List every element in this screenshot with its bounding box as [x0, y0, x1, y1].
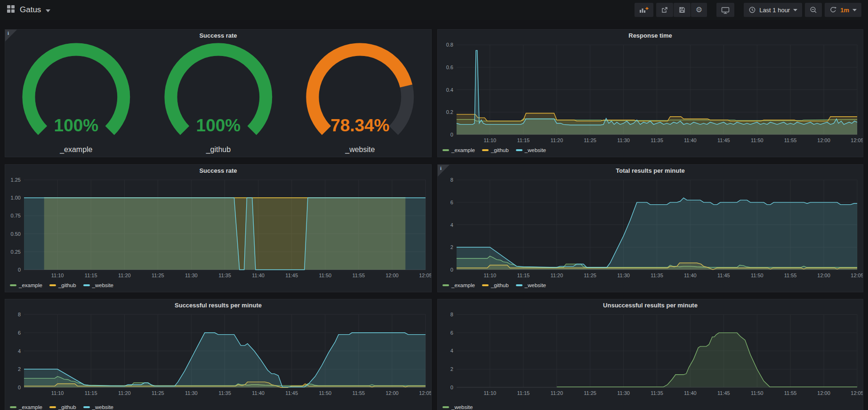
info-icon[interactable]: i [438, 165, 450, 177]
panel-unsuccessful-results: Unsuccessful results per minute 11:1011:… [437, 299, 863, 410]
svg-text:0.2: 0.2 [446, 109, 453, 115]
svg-text:11:50: 11:50 [319, 390, 331, 396]
legend-color-chip [516, 284, 522, 286]
svg-text:11:15: 11:15 [85, 390, 97, 396]
svg-text:11:45: 11:45 [717, 390, 730, 396]
legend-color-chip [442, 149, 449, 151]
dashboard-title[interactable]: Gatus [20, 5, 41, 15]
legend-item[interactable]: _example [442, 147, 475, 153]
timeseries-chart[interactable]: 11:1011:1511:2011:2511:3011:3511:4011:45… [438, 312, 863, 397]
panel-title[interactable]: Response time [438, 30, 863, 42]
svg-text:11:55: 11:55 [784, 273, 797, 278]
svg-text:11:50: 11:50 [751, 390, 764, 396]
panel-title[interactable]: Total results per minute [438, 165, 863, 177]
legend-item[interactable]: _website [516, 282, 546, 288]
svg-text:1.00: 1.00 [11, 195, 21, 201]
apps-grid-icon[interactable] [7, 5, 15, 15]
legend-item[interactable]: _github [482, 282, 509, 288]
svg-text:0: 0 [450, 267, 453, 273]
panel-title[interactable]: Unsuccessful results per minute [438, 299, 863, 312]
refresh-picker[interactable]: 1m [825, 3, 861, 17]
legend-item[interactable]: _github [482, 147, 509, 153]
clock-icon [748, 6, 756, 14]
add-panel-button[interactable] [635, 3, 653, 17]
svg-text:12:00: 12:00 [386, 390, 399, 396]
svg-text:2: 2 [18, 366, 21, 372]
svg-text:11:30: 11:30 [617, 390, 630, 396]
svg-text:6: 6 [450, 200, 453, 205]
svg-text:11:40: 11:40 [252, 390, 265, 396]
svg-text:11:10: 11:10 [484, 390, 497, 396]
svg-text:12:05: 12:05 [851, 137, 863, 143]
legend-item[interactable]: _github [49, 404, 76, 410]
timeseries-chart[interactable]: 11:1011:1511:2011:2511:3011:3511:4011:45… [438, 177, 863, 279]
zoom-out-icon [810, 6, 817, 14]
svg-text:1.25: 1.25 [11, 177, 21, 183]
legend-item[interactable]: _example [10, 404, 42, 410]
legend-item[interactable]: _website [83, 404, 113, 410]
legend-item[interactable]: _website [83, 282, 113, 288]
panel-success-rate-timeseries: Success rate 11:1011:1511:2011:2511:3011… [5, 164, 432, 292]
zoom-out-button[interactable] [805, 3, 822, 17]
svg-text:11:50: 11:50 [751, 273, 764, 278]
svg-text:11:15: 11:15 [517, 137, 530, 143]
legend-item[interactable]: _website [516, 147, 546, 153]
panel-title[interactable]: Successful results per minute [5, 299, 431, 312]
svg-text:2: 2 [450, 244, 453, 250]
svg-text:11:20: 11:20 [550, 390, 563, 396]
save-button[interactable] [674, 3, 691, 17]
caret-down-icon[interactable] [46, 6, 50, 14]
svg-text:11:20: 11:20 [550, 137, 563, 143]
svg-text:12:00: 12:00 [817, 137, 830, 143]
legend-color-chip [10, 284, 16, 286]
chart-legend: _example_github_website [5, 404, 431, 410]
plus-icon [645, 7, 648, 10]
svg-text:_github: _github [205, 145, 231, 154]
info-icon[interactable]: i [5, 30, 17, 41]
tv-mode-button[interactable] [716, 3, 734, 17]
svg-text:0.8: 0.8 [446, 42, 453, 48]
time-range-picker[interactable]: Last 1 hour [744, 3, 802, 17]
svg-text:11:30: 11:30 [185, 390, 198, 396]
svg-text:11:35: 11:35 [218, 390, 231, 396]
svg-text:11:30: 11:30 [617, 273, 630, 278]
panel-response-time: Response time 11:1011:1511:2011:2511:301… [437, 29, 863, 157]
legend-item[interactable]: _example [10, 282, 42, 288]
gauge-row: 100%_example 100%_github 78.34%_website [5, 42, 431, 158]
svg-text:11:55: 11:55 [352, 273, 365, 278]
svg-text:_example: _example [59, 145, 92, 154]
svg-text:11:55: 11:55 [352, 390, 365, 396]
svg-text:11:10: 11:10 [484, 137, 497, 143]
timeseries-chart[interactable]: 11:1011:1511:2011:2511:3011:3511:4011:45… [5, 312, 431, 397]
svg-text:0: 0 [450, 132, 453, 137]
svg-text:11:45: 11:45 [285, 390, 298, 396]
svg-text:11:15: 11:15 [517, 390, 530, 396]
svg-text:11:30: 11:30 [617, 137, 630, 143]
timeseries-chart[interactable]: 11:1011:1511:2011:2511:3011:3511:4011:45… [5, 177, 431, 279]
legend-item[interactable]: _github [49, 282, 76, 288]
chart-legend: _example_github_website [5, 282, 431, 292]
legend-item[interactable]: _website [442, 404, 473, 410]
svg-text:2: 2 [450, 366, 453, 372]
svg-text:0.25: 0.25 [11, 249, 21, 255]
svg-text:12:05: 12:05 [851, 390, 863, 396]
panel-title[interactable]: Success rate [5, 165, 431, 177]
svg-text:0: 0 [450, 385, 453, 390]
legend-item[interactable]: _example [442, 282, 475, 288]
svg-text:11:50: 11:50 [751, 137, 764, 143]
grafana-dashboard: Gatus [0, 0, 868, 410]
timeseries-chart[interactable]: 11:1011:1511:2011:2511:3011:3511:4011:45… [438, 42, 863, 144]
svg-text:12:00: 12:00 [386, 273, 399, 278]
svg-text:11:35: 11:35 [651, 137, 663, 143]
svg-text:11:20: 11:20 [118, 390, 131, 396]
legend-color-chip [482, 149, 489, 151]
svg-text:11:35: 11:35 [651, 273, 663, 278]
share-button[interactable] [656, 3, 673, 17]
svg-text:12:05: 12:05 [419, 273, 431, 278]
panel-total-results: i Total results per minute 11:1011:1511:… [437, 164, 863, 292]
legend-color-chip [516, 149, 522, 151]
svg-text:11:40: 11:40 [684, 273, 697, 278]
panel-title[interactable]: Success rate [5, 30, 431, 42]
settings-button[interactable]: ⚙ [691, 3, 707, 17]
header-bar: Gatus [0, 0, 868, 20]
